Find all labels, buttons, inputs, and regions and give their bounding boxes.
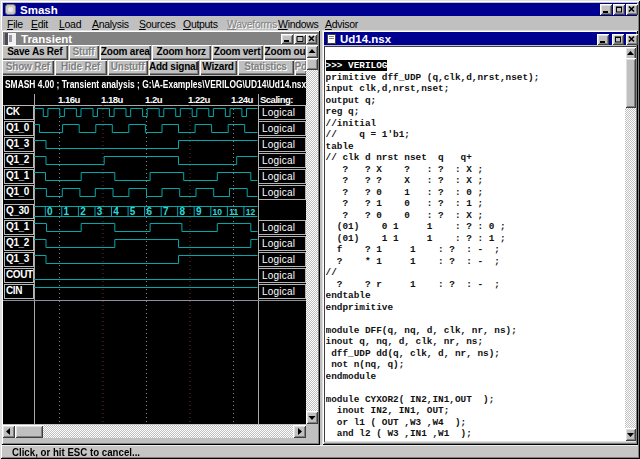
svg-text:7: 7 (163, 206, 169, 217)
svg-text:0: 0 (47, 206, 53, 217)
svg-text:9: 9 (196, 206, 202, 217)
svg-text:10: 10 (213, 207, 223, 217)
svg-text:11: 11 (229, 207, 238, 217)
svg-text:5: 5 (130, 206, 136, 217)
svg-text:12: 12 (246, 207, 256, 217)
svg-text:8: 8 (180, 206, 186, 217)
svg-text:4: 4 (113, 206, 119, 217)
svg-text:6: 6 (146, 206, 152, 217)
svg-text:3: 3 (97, 206, 103, 217)
svg-text:1: 1 (64, 206, 70, 217)
svg-text:2: 2 (80, 206, 86, 217)
